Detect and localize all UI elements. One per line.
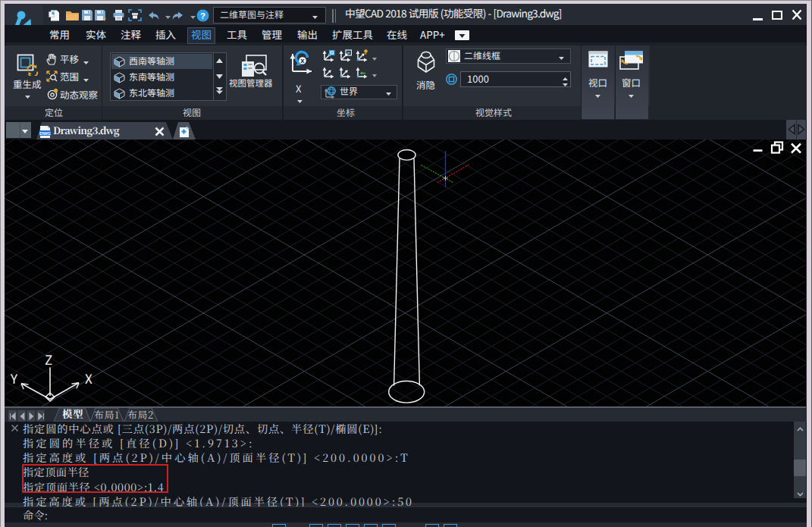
svg-text:?: ? — [200, 11, 205, 20]
svg-text:x: x — [300, 56, 305, 64]
svg-text:X: X — [85, 369, 92, 387]
svg-text:Y: Y — [10, 369, 18, 387]
svg-text:DWG: DWG — [39, 130, 51, 136]
svg-text:Z: Z — [45, 350, 52, 369]
